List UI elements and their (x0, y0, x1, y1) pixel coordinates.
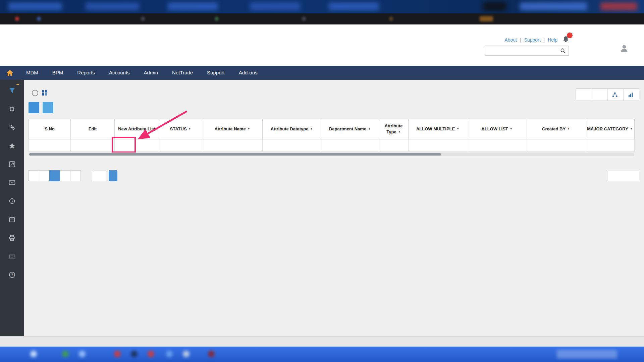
sort-caret-icon[interactable]: ▼ (567, 127, 570, 130)
filter-icon[interactable] (8, 86, 16, 95)
column-header-major-category[interactable]: MAJOR CATEGORY▼ (585, 119, 635, 139)
filter-count-badge (16, 84, 19, 85)
last-page-button[interactable] (70, 170, 81, 181)
clock-icon[interactable] (8, 197, 16, 205)
refresh-button[interactable] (576, 89, 592, 101)
bar-chart-icon (628, 92, 633, 98)
nav-items: MDMBPMReportsAccountsAdminNetTradeSuppor… (19, 66, 265, 80)
link-icon[interactable] (8, 123, 16, 131)
header-links: About|Support|Help (504, 37, 557, 43)
sort-caret-icon[interactable]: ▼ (510, 127, 513, 130)
mail-icon[interactable] (8, 179, 16, 187)
column-header-allow-list[interactable]: ALLOW LIST▼ (467, 119, 527, 139)
keyboard-icon[interactable] (8, 252, 16, 260)
sort-caret-icon[interactable]: ▼ (248, 127, 250, 130)
about-link[interactable]: About (504, 37, 517, 43)
grid-view-icon[interactable] (42, 90, 48, 96)
column-header-status[interactable]: STATUS▼ (159, 119, 202, 139)
printer-icon[interactable] (8, 234, 16, 242)
os-taskbar (0, 347, 644, 362)
support-link[interactable]: Support (524, 37, 541, 43)
send-to-outlet-button[interactable] (43, 102, 53, 113)
browser-tab (483, 2, 506, 11)
nettotal-label (29, 139, 71, 152)
notification-badge (567, 33, 573, 38)
nav-item-accounts[interactable]: Accounts (102, 66, 137, 80)
title-row (29, 88, 639, 98)
horizontal-scrollbar[interactable] (29, 153, 634, 156)
left-sidebar: ? (0, 80, 24, 336)
gear-icon[interactable] (8, 105, 16, 113)
column-header-created-by[interactable]: Created BY▼ (527, 119, 585, 139)
column-header-attribute-datatype[interactable]: Attribute Datatype▼ (263, 119, 321, 139)
column-header-attribute-name[interactable]: Attribute Name▼ (202, 119, 263, 139)
add-button[interactable] (29, 102, 39, 113)
column-header-attribute-type[interactable]: Attribute Type▼ (379, 119, 409, 139)
page-help-icon[interactable] (32, 90, 38, 96)
sort-caret-icon[interactable]: ▼ (368, 127, 371, 130)
taskbar-tray (557, 350, 617, 359)
attribute-table: S.NoEditNew Attribute ListSTATUS▼Attribu… (29, 119, 635, 152)
star-icon[interactable] (8, 142, 16, 150)
pagination-info (545, 171, 639, 181)
separator: | (520, 37, 521, 43)
bookmark-icon (215, 17, 219, 21)
help-link[interactable]: Help (548, 37, 557, 43)
browser-tab (8, 2, 62, 10)
page-1-button[interactable] (49, 170, 60, 181)
taskbar-icon (79, 351, 86, 357)
search-input[interactable] (485, 48, 560, 53)
nav-item-add-ons[interactable]: Add-ons (232, 66, 265, 80)
browser-tab (329, 2, 379, 10)
go-button[interactable] (109, 170, 117, 181)
taskbar-icon (208, 351, 215, 357)
sort-caret-icon[interactable]: ▼ (189, 127, 191, 130)
chart-view-button[interactable] (623, 89, 639, 101)
calendar-icon[interactable] (8, 216, 16, 224)
sort-caret-icon[interactable]: ▼ (398, 130, 401, 133)
help-icon[interactable]: ? (8, 271, 16, 279)
sort-caret-icon[interactable]: ▼ (457, 127, 459, 130)
column-header-s-no: S.No (29, 119, 71, 139)
bookmark-icon (389, 17, 393, 21)
sort-caret-icon[interactable]: ▼ (310, 127, 313, 130)
separator: | (544, 37, 545, 43)
body-row: ? (0, 80, 644, 336)
actions-row (29, 102, 639, 113)
user-account[interactable] (619, 43, 633, 53)
nav-item-admin[interactable]: Admin (137, 66, 165, 80)
page-number-input[interactable] (92, 171, 106, 181)
first-page-button[interactable] (29, 170, 39, 181)
bookmark-icon (302, 17, 306, 21)
browser-tab-strip (0, 0, 644, 13)
browser-tab (600, 2, 637, 10)
hierarchy-view-button[interactable] (607, 89, 623, 101)
nav-item-support[interactable]: Support (200, 66, 232, 80)
column-header-new-attribute-list: New Attribute List (115, 119, 159, 139)
browser-tab (520, 2, 587, 10)
next-page-button[interactable] (60, 170, 70, 181)
send-icon[interactable] (8, 160, 16, 168)
table-header-row: S.NoEditNew Attribute ListSTATUS▼Attribu… (29, 119, 635, 139)
browser-chrome-top (0, 0, 644, 24)
taskbar-icon (131, 351, 138, 357)
column-header-department-name[interactable]: Department Name▼ (321, 119, 379, 139)
nav-item-nettrade[interactable]: NetTrade (165, 66, 200, 80)
scrollbar-thumb[interactable] (29, 153, 441, 156)
prev-page-button[interactable] (39, 170, 50, 181)
home-button[interactable] (6, 69, 14, 77)
column-header-allow-multiple[interactable]: ALLOW MULTIPLE▼ (409, 119, 467, 139)
column-header-edit: Edit (71, 119, 115, 139)
bookmark-icon (15, 17, 19, 21)
favorite-button[interactable] (592, 89, 607, 101)
sort-caret-icon[interactable]: ▼ (630, 127, 633, 130)
notification-bell[interactable] (562, 36, 570, 43)
nav-item-bpm[interactable]: BPM (45, 66, 70, 80)
search-icon[interactable] (560, 48, 566, 54)
nav-item-reports[interactable]: Reports (70, 66, 102, 80)
nettotal-row (29, 139, 635, 152)
nav-item-mdm[interactable]: MDM (19, 66, 45, 80)
per-page-select[interactable] (607, 171, 639, 181)
browser-bookmarks-bar (0, 13, 644, 24)
app-header: About|Support|Help (0, 24, 644, 66)
